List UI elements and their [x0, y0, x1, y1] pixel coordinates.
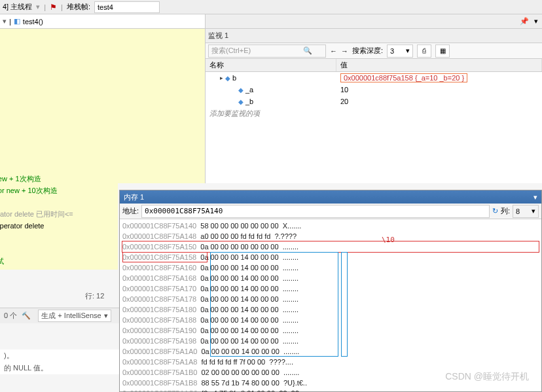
memory-panel: 内存 1 ▾ 地址: ↻ 列: 8▾ \10 0x000001C88F75A14…: [119, 190, 542, 392]
build-mode-combo[interactable]: 生成 + IntelliSense▾: [38, 310, 111, 322]
watch-panel: 📌 ▾ 监视 1 搜索(Ctrl+E) 🔍 ←→ 搜索深度: 3▾ ⎙ ▦ 名称…: [206, 14, 542, 183]
function-name: test4(): [23, 18, 43, 26]
watch-tab[interactable]: 监视 1: [208, 31, 228, 41]
memory-row: 0x000001C88F75A1A8 fd fd fd fd ff 7f 00 …: [122, 357, 539, 367]
scope-dropdown-icon[interactable]: ▾: [3, 17, 7, 26]
code-panel: ▾ | ◧ test4(): [0, 14, 206, 183]
hammer-icon: 🔨: [22, 312, 31, 319]
cols-label: 列:: [501, 206, 510, 216]
add-watch-item[interactable]: 添加要监视的项: [206, 109, 336, 118]
memory-dropdown-icon[interactable]: ▾: [533, 193, 537, 202]
search-icon[interactable]: 🔍: [303, 46, 312, 55]
ten-annotation: \10: [382, 235, 395, 245]
memory-row: 0x000001C88F75A180 0a 00 00 00 14 00 00 …: [122, 304, 539, 315]
flag-icon: ⚑: [50, 3, 57, 12]
tool-btn-1[interactable]: ⎙: [417, 45, 431, 58]
memory-row: 0x000001C88F75A170 0a 00 00 00 14 00 00 …: [122, 283, 539, 294]
debug-toolbar: 4] 主线程 ▾ | ⚑ | 堆栈帧:: [0, 0, 542, 14]
cols-combo[interactable]: 8▾: [513, 205, 539, 218]
tool-btn-2[interactable]: ▦: [435, 45, 450, 58]
memory-title: 内存 1: [124, 192, 144, 202]
stack-frame-input[interactable]: [94, 1, 160, 13]
watch-row[interactable]: ◆_b20: [206, 96, 542, 107]
memory-row: 0x000001C88F75A160 0a 00 00 00 14 00 00 …: [122, 262, 539, 273]
code-area: [0, 29, 205, 183]
addr-input[interactable]: [141, 205, 490, 218]
function-breadcrumb[interactable]: ▾ | ◧ test4(): [0, 14, 205, 29]
depth-combo[interactable]: 3▾: [387, 45, 413, 58]
pin-icon[interactable]: 📌: [520, 17, 529, 26]
stack-label: 堆栈帧:: [67, 2, 90, 12]
watch-header: 名称 值: [206, 59, 542, 72]
refresh-icon[interactable]: ↻: [492, 207, 498, 215]
watermark: CSDN @睡觉待开机: [445, 371, 529, 383]
memory-row: 0x000001C88F75A150 0a 00 00 00 00 00 00 …: [122, 241, 539, 252]
depth-label: 搜索深度:: [352, 46, 383, 56]
function-icon: ◧: [14, 17, 20, 26]
memory-row: 0x000001C88F75A168 0a 00 00 00 14 00 00 …: [122, 273, 539, 283]
watch-row[interactable]: ◆_a10: [206, 84, 542, 96]
dropdown-arrow-icon[interactable]: ▾: [36, 3, 40, 11]
memory-row: 0x000001C88F75A188 0a 00 00 00 14 00 00 …: [122, 315, 539, 325]
watch-search-input[interactable]: 搜索(Ctrl+E) 🔍: [208, 45, 326, 58]
addr-label: 地址:: [122, 206, 139, 216]
memory-row: 0x000001C88F75A1C0 f0 c4 75 8f c8 01 00 …: [122, 388, 539, 392]
memory-row: 0x000001C88F75A190 0a 00 00 00 14 00 00 …: [122, 325, 539, 336]
dropdown-icon[interactable]: ▾: [534, 17, 538, 26]
memory-row: 0x000001C88F75A140 58 00 00 00 00 00 00 …: [122, 221, 539, 231]
memory-row: 0x000001C88F75A158 0a 00 00 00 14 00 00 …: [122, 252, 539, 262]
memory-row: 0x000001C88F75A198 0a 00 00 00 14 00 00 …: [122, 336, 539, 346]
watch-row[interactable]: ▸◆b0x000001c88f75a158 {_a=10 _b=20 }: [206, 72, 542, 84]
thread-label: 4] 主线程: [3, 2, 32, 12]
memory-row: 0x000001C88F75A178 0a 00 00 00 14 00 00 …: [122, 294, 539, 304]
memory-row: 0x000001C88F75A148 a0 00 00 00 fd fd fd …: [122, 231, 539, 241]
line-info: 行: 12: [85, 291, 104, 301]
memory-row: 0x000001C88F75A1A0 0a 00 00 00 14 00 00 …: [122, 346, 539, 357]
code-snippet: r new + 1次构造rator new + 10次构造 perator de…: [0, 170, 118, 270]
